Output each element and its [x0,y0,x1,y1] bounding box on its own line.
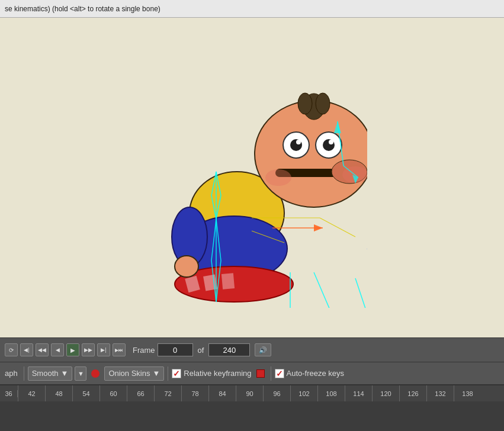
auto-freeze-checkmark: ✓ [276,369,283,378]
ruler-tick-120: 120 [372,385,399,401]
smooth-dropdown[interactable]: Smooth ▼ [28,366,73,381]
fast-forward-button[interactable]: ▶| [97,343,110,356]
ruler-tick-138: 138 [454,385,481,401]
svg-marker-38 [314,224,323,231]
svg-point-18 [265,169,291,186]
prev-keyframe-button[interactable]: ◀◀ [36,343,49,356]
relative-keyframing-checkbox[interactable]: ✓ [172,369,181,378]
record-indicator [91,369,99,378]
relative-keyframing-label: Relative keyframing [184,369,251,378]
svg-point-14 [296,140,301,144]
ruler-tick-48: 48 [45,385,72,401]
smooth-label: Smooth [32,369,59,378]
separator-3 [271,366,271,381]
auto-freeze-wrapper[interactable]: ✓ Auto-freeze keys [275,369,345,378]
keyframing-indicator [256,369,265,378]
options-bar: aph Smooth ▼ ▼ Onion Skins ▼ ✓ Relative … [0,362,504,385]
transport-bar: ⟳ ◀| ◀◀ ◀ ▶ ▶▶ ▶| ▶⏭ Frame of 🔊 [0,337,504,362]
auto-freeze-label: Auto-freeze keys [287,369,345,378]
svg-point-8 [298,93,312,114]
ruler-graph-label: 36 [0,390,18,397]
svg-line-41 [320,218,355,237]
svg-line-35 [314,272,332,308]
ruler-tick-114: 114 [345,385,372,401]
rewind-to-start-button[interactable]: ◀| [20,343,33,356]
ruler-tick-78: 78 [181,385,208,401]
status-bar: se kinematics) (hold <alt> to rotate a s… [0,0,504,18]
relative-keyframing-wrapper[interactable]: ✓ Relative keyframing [172,369,251,378]
audio-button[interactable]: 🔊 [255,343,271,356]
ruler-tick-72: 72 [154,385,181,401]
auto-freeze-checkbox[interactable]: ✓ [275,369,284,378]
play-reverse-button[interactable]: ◀ [51,343,64,356]
ruler-tick-60: 60 [99,385,127,401]
play-button[interactable]: ▶ [66,343,79,356]
canvas-area[interactable] [0,18,504,337]
character-svg [95,53,367,308]
graph-label: aph [2,369,20,378]
loop-button[interactable]: ⟳ [5,343,18,356]
ruler-numbers: 42 48 54 60 66 72 78 84 90 96 102 108 11… [18,385,504,401]
smooth-extra-dropdown[interactable]: ▼ [75,366,86,381]
svg-rect-4 [203,274,217,291]
ruler-tick-108: 108 [317,385,345,401]
svg-point-15 [329,140,333,144]
svg-point-21 [175,256,198,277]
svg-line-36 [355,278,367,308]
next-keyframe-button[interactable]: ▶▶ [82,343,95,356]
ruler-tick-54: 54 [72,385,99,401]
status-text: se kinematics) (hold <alt> to rotate a s… [5,5,160,13]
ruler-tick-96: 96 [263,385,290,401]
relative-keyframing-checkmark: ✓ [173,369,180,378]
onion-skins-arrow: ▼ [152,369,160,378]
smooth-dropdown-arrow: ▼ [61,369,69,378]
frame-label: Frame [133,346,155,355]
ruler-tick-132: 132 [426,385,454,401]
ruler-tick-90: 90 [236,385,263,401]
ruler-tick-66: 66 [127,385,154,401]
onion-skins-dropdown[interactable]: Onion Skins ▼ [104,366,164,381]
ruler-tick-126: 126 [399,385,426,401]
svg-rect-5 [221,273,235,290]
separator-1 [24,366,24,381]
separator-2 [168,366,168,381]
ruler-tick-84: 84 [208,385,236,401]
onion-skins-label: Onion Skins [108,369,150,378]
ruler-tick-42: 42 [18,385,45,401]
ruler-tick-102: 102 [290,385,317,401]
frame-input[interactable] [158,343,193,356]
end-button[interactable]: ▶⏭ [113,343,126,356]
total-frames-input[interactable] [208,343,250,356]
smooth-extra-arrow: ▼ [78,370,84,377]
svg-point-9 [316,93,330,114]
timeline-ruler[interactable]: 36 42 48 54 60 66 72 78 84 90 96 102 108… [0,385,504,401]
of-label: of [198,346,204,355]
